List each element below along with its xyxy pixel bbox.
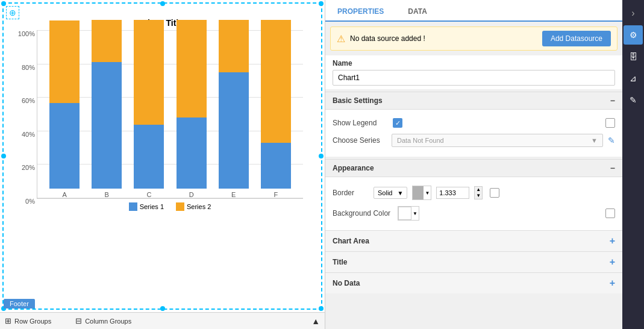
x-label-f: F [274,191,278,198]
basic-settings-label: Basic Settings [333,96,383,105]
bar-b-series2 [92,20,122,62]
bar-d-series1 [177,118,207,189]
chart-area-expand-icon[interactable]: + [610,236,615,246]
chart-move-icon[interactable]: ⊕ [6,6,19,19]
chevron-up-icon[interactable]: ▲ [311,316,320,326]
icon-bar: › ⚙ 🗄 ⊿ ✎ [622,0,644,329]
border-style-dropdown[interactable]: Solid ▼ [374,187,407,199]
bar-a-series2 [49,20,80,103]
stacked-bar-b [92,20,122,189]
filter-icon-btn[interactable]: ⊿ [624,69,643,88]
show-legend-row: Show Legend ✓ [333,114,615,131]
y-label-60: 60% [22,97,35,104]
x-label-e: E [231,191,236,198]
bar-e-series2 [219,20,249,72]
bar-d-series2 [177,20,207,118]
basic-settings-body: Show Legend ✓ Choose Series Data Not Fou… [325,110,622,157]
x-label-a: A [62,191,66,198]
y-label-40: 40% [22,131,35,138]
column-groups-icon: ⊟ [75,316,82,325]
tab-data[interactable]: DATA [396,2,439,22]
warning-icon: ⚠ [337,33,345,45]
bg-color-picker[interactable]: ▼ [398,206,419,221]
title-row[interactable]: Title + [325,251,622,272]
footer-label: Footer [4,299,35,309]
column-groups-item[interactable]: ⊟ Column Groups [75,316,131,325]
appearance-toggle[interactable]: − [610,163,615,173]
collapse-panel-btn[interactable]: › [624,4,643,23]
border-style-value: Solid [378,189,392,196]
y-label-0: 0% [25,198,35,205]
bg-color-arrow: ▼ [411,211,419,216]
tab-properties[interactable]: PROPERTIES [325,2,396,22]
bottom-bar-right: ▲ [311,316,320,326]
border-color-swatch [413,186,424,199]
bar-group-e: E [213,30,255,198]
x-label-d: D [189,191,194,198]
warning-left: ⚠ No data source added ! [337,33,425,45]
resize-tl[interactable] [1,1,6,6]
stacked-bar-d [177,20,207,189]
border-width-spinner[interactable]: ▲ ▼ [474,186,483,199]
bar-e-series1 [219,72,249,189]
chart-inner: A B C [37,30,303,199]
choose-series-label: Choose Series [333,136,387,145]
choose-series-row: Choose Series Data Not Found ▼ ✎ [333,131,615,152]
bg-color-label: Background Color [333,209,393,218]
name-input[interactable] [333,70,615,86]
bg-color-checkbox[interactable] [605,208,615,218]
resize-br[interactable] [319,306,324,311]
title-expand-icon[interactable]: + [610,257,615,268]
chart-area-label: Chart Area [333,237,369,245]
no-data-row[interactable]: No Data + [325,272,622,293]
basic-settings-toggle[interactable]: − [610,96,615,105]
bar-f-series2 [261,20,291,143]
bar-group-d: D [170,30,213,198]
chart-legend: Series 1 Series 2 [37,199,303,215]
settings-edit-icon-btn[interactable]: ✎ [624,90,643,110]
spinner-up[interactable]: ▲ [475,187,482,193]
chart-area-row[interactable]: Chart Area + [325,230,622,251]
border-checkbox[interactable] [490,188,499,198]
show-legend-checkbox2[interactable] [605,118,615,128]
spinner-down[interactable]: ▼ [475,193,482,199]
bar-c-series2 [134,20,164,125]
chart-canvas: ⊕ Chart Title 100% 80% 60% 40% 20% 0% [2,2,322,310]
resize-tr[interactable] [319,1,324,6]
bar-f-series1 [261,143,291,189]
no-data-expand-icon[interactable]: + [610,278,615,289]
border-label: Border [333,189,369,197]
gear-icon-btn[interactable]: ⚙ [624,25,643,45]
bar-group-c: C [128,30,170,198]
resize-bottom[interactable] [160,306,165,311]
border-color-arrow: ▼ [424,190,431,196]
appearance-label: Appearance [333,164,374,172]
row-groups-icon: ⊞ [5,316,11,325]
border-row: Border Solid ▼ ▼ ▲ ▼ [333,182,615,204]
resize-top[interactable] [160,1,165,6]
column-groups-label: Column Groups [85,318,131,325]
row-groups-item[interactable]: ⊞ Row Groups [5,316,51,325]
row-groups-label: Row Groups [14,318,51,325]
title-label: Title [333,258,347,266]
show-legend-checkbox[interactable]: ✓ [393,118,402,128]
x-label-c: C [146,191,151,198]
main-content: PROPERTIES DATA ⚠ No data source added !… [325,0,644,329]
border-width-input[interactable] [436,187,469,199]
footer-tab[interactable]: Footer [4,299,35,309]
stacked-bar-e [219,20,249,189]
database-icon-btn[interactable]: 🗄 [624,47,643,66]
series-dropdown[interactable]: Data Not Found ▼ [392,134,603,147]
appearance-header: Appearance − [325,159,622,177]
bar-b-series1 [92,62,122,189]
border-color-picker[interactable]: ▼ [412,186,431,200]
stacked-bar-c [134,20,164,189]
series-edit-icon[interactable]: ✎ [608,136,615,145]
appearance-body: Border Solid ▼ ▼ ▲ ▼ Background Color [325,177,622,230]
legend-series2: Series 2 [176,202,211,211]
add-datasource-button[interactable]: Add Datasource [542,31,611,46]
chart-container: 100% 80% 60% 40% 20% 0% [4,30,321,223]
show-legend-label: Show Legend [333,119,387,127]
bar-group-a: A [43,30,86,198]
left-panel: ⊕ Chart Title 100% 80% 60% 40% 20% 0% [0,0,325,329]
